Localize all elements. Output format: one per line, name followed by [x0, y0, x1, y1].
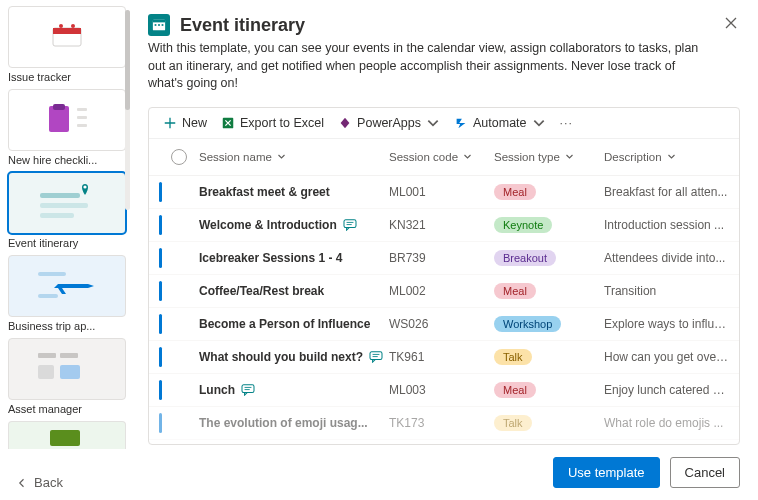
row-marker: [159, 281, 162, 301]
table-row[interactable]: Become a Person of Influence WS026 Works…: [149, 308, 739, 341]
cell-session-code: ML003: [389, 383, 494, 397]
cell-description: How can you get over...: [604, 350, 729, 364]
cancel-button[interactable]: Cancel: [670, 457, 740, 488]
template-thumb: [8, 255, 126, 317]
cell-session-type: Talk: [494, 415, 604, 431]
cell-session-code: KN321: [389, 218, 494, 232]
svg-rect-6: [77, 108, 87, 111]
template-card-asset-manager[interactable]: Asset manager: [8, 338, 126, 415]
cell-session-type: Workshop: [494, 316, 604, 332]
command-bar: New Export to Excel PowerApps Automate ·…: [149, 108, 739, 139]
cell-session-code: TK961: [389, 350, 494, 364]
svg-rect-8: [77, 124, 87, 127]
export-label: Export to Excel: [240, 116, 324, 130]
svg-rect-26: [344, 219, 356, 227]
back-label: Back: [34, 475, 63, 490]
cell-description: Introduction session ...: [604, 218, 729, 232]
table-row[interactable]: The evolution of emoji usag... TK173 Tal…: [149, 407, 739, 440]
cell-session-name: Icebreaker Sessions 1 - 4: [199, 251, 389, 265]
svg-rect-15: [38, 353, 56, 358]
template-list: Issue tracker New hire checkli...: [8, 6, 126, 453]
back-button[interactable]: Back: [16, 475, 63, 490]
calendar-icon: [148, 14, 170, 36]
cell-session-type: Meal: [494, 382, 604, 398]
cell-session-type: Meal: [494, 184, 604, 200]
svg-rect-9: [40, 193, 80, 198]
cell-session-code: ML001: [389, 185, 494, 199]
col-session-type[interactable]: Session type: [494, 151, 604, 163]
cell-description: Breakfast for all atten...: [604, 185, 729, 199]
list-container: New Export to Excel PowerApps Automate ·…: [148, 107, 740, 446]
cell-session-name: Become a Person of Influence: [199, 317, 389, 331]
svg-point-2: [59, 24, 63, 28]
app-root: Issue tracker New hire checkli...: [0, 0, 758, 500]
template-card-more[interactable]: [8, 421, 126, 449]
sidebar-scrollbar-thumb[interactable]: [125, 10, 130, 110]
cell-session-name: Breakfast meet & greet: [199, 185, 389, 199]
table-row[interactable]: Lunch ML003 Meal Enjoy lunch catered b..…: [149, 374, 739, 407]
table-row[interactable]: Welcome & Introduction KN321 Keynote Int…: [149, 209, 739, 242]
new-label: New: [182, 116, 207, 130]
cell-description: Attendees divide into...: [604, 251, 729, 265]
template-label: Event itinerary: [8, 234, 126, 249]
chevron-down-icon: [565, 152, 574, 161]
excel-icon: [221, 116, 235, 130]
select-all[interactable]: [159, 149, 199, 165]
svg-rect-16: [60, 353, 78, 358]
svg-point-3: [71, 24, 75, 28]
close-button[interactable]: [722, 14, 740, 35]
new-button[interactable]: New: [163, 116, 207, 130]
template-card-event-itinerary[interactable]: Event itinerary: [8, 172, 126, 249]
col-session-code[interactable]: Session code: [389, 151, 494, 163]
cell-session-name: Coffee/Tea/Rest break: [199, 284, 389, 298]
powerapps-icon: [338, 116, 352, 130]
powerapps-label: PowerApps: [357, 116, 421, 130]
automate-label: Automate: [473, 116, 527, 130]
chevron-left-icon: [16, 477, 28, 489]
comment-icon: [241, 384, 255, 396]
col-description[interactable]: Description: [604, 151, 729, 163]
svg-rect-5: [53, 104, 65, 110]
cell-session-code: ML002: [389, 284, 494, 298]
cell-session-type: Keynote: [494, 217, 604, 233]
svg-rect-17: [38, 365, 54, 379]
row-marker: [159, 413, 162, 433]
cell-description: Enjoy lunch catered b...: [604, 383, 729, 397]
template-label: Asset manager: [8, 400, 126, 415]
page-title: Event itinerary: [180, 15, 305, 36]
export-button[interactable]: Export to Excel: [221, 116, 324, 130]
template-label: Business trip ap...: [8, 317, 126, 332]
svg-point-12: [83, 185, 86, 188]
sidebar-scrollbar[interactable]: [125, 10, 130, 210]
cell-session-name: The evolution of emoji usag...: [199, 416, 389, 430]
template-label: New hire checkli...: [8, 151, 126, 166]
table-row[interactable]: Coffee/Tea/Rest break ML002 Meal Transit…: [149, 275, 739, 308]
template-card-issue-tracker[interactable]: Issue tracker: [8, 6, 126, 83]
comment-icon: [343, 219, 357, 231]
cell-session-code: WS026: [389, 317, 494, 331]
main-panel: Event itinerary With this template, you …: [130, 0, 758, 500]
automate-button[interactable]: Automate: [454, 116, 546, 130]
table-row[interactable]: What should you build next? TK961 Talk H…: [149, 341, 739, 374]
svg-rect-19: [50, 430, 80, 446]
template-card-business-trip[interactable]: Business trip ap...: [8, 255, 126, 332]
svg-rect-18: [60, 365, 80, 379]
use-template-button[interactable]: Use template: [553, 457, 660, 488]
svg-rect-23: [158, 24, 160, 26]
powerapps-button[interactable]: PowerApps: [338, 116, 440, 130]
cell-session-name: Welcome & Introduction: [199, 218, 389, 232]
template-card-new-hire[interactable]: New hire checkli...: [8, 89, 126, 166]
page-description: With this template, you can see your eve…: [148, 40, 708, 93]
svg-rect-32: [242, 384, 254, 392]
table-row[interactable]: Breakfast meet & greet ML001 Meal Breakf…: [149, 176, 739, 209]
template-thumb: [8, 172, 126, 234]
chevron-down-icon: [532, 116, 546, 130]
svg-rect-24: [162, 24, 164, 26]
col-session-name[interactable]: Session name: [199, 151, 389, 163]
close-icon: [724, 16, 738, 30]
table-row[interactable]: Icebreaker Sessions 1 - 4 BR739 Breakout…: [149, 242, 739, 275]
more-button[interactable]: ···: [560, 116, 573, 130]
flow-icon: [454, 116, 468, 130]
row-marker: [159, 215, 162, 235]
cell-description: Explore ways to influe...: [604, 317, 729, 331]
